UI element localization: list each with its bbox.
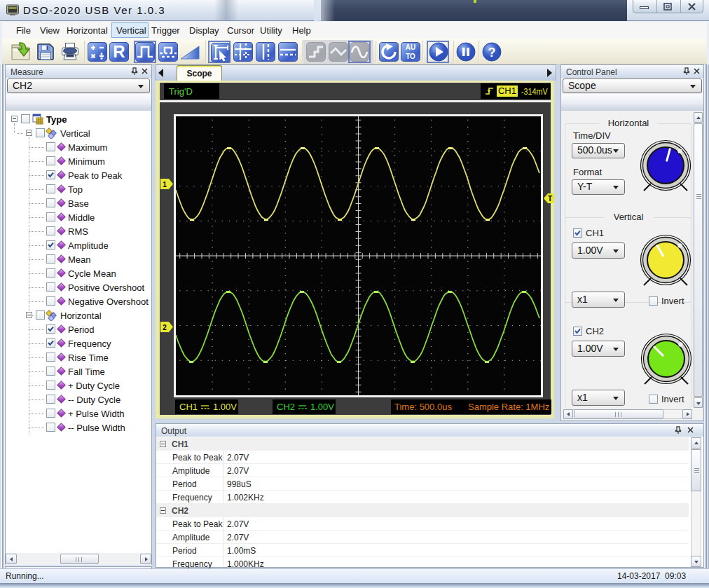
svg-text:T: T bbox=[548, 195, 552, 203]
svg-text:2: 2 bbox=[163, 324, 167, 331]
svg-text:?: ? bbox=[488, 46, 496, 60]
svg-text:1: 1 bbox=[163, 181, 167, 189]
